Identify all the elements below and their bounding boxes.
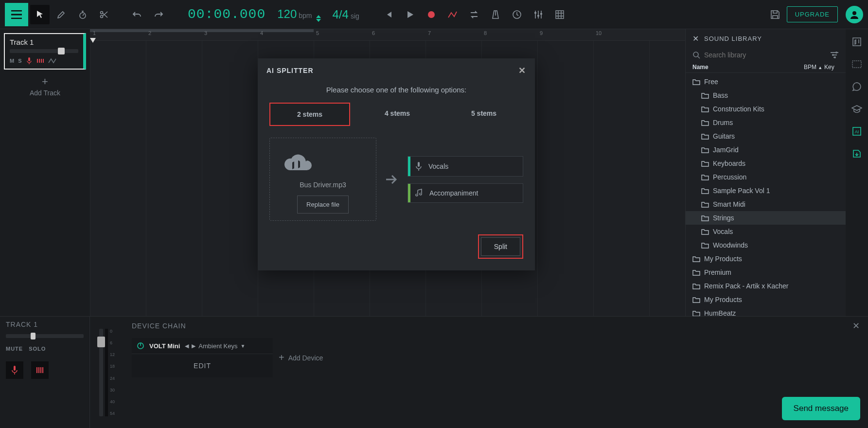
folder-myproducts[interactable]: My Products (686, 252, 846, 266)
folder-remix[interactable]: Remix Pack - Artik x Kacher (686, 279, 846, 293)
split-button[interactable]: Split (481, 237, 520, 256)
search-input[interactable] (704, 51, 826, 59)
filter-button[interactable] (830, 52, 839, 58)
inspector-solo[interactable]: SOLO (29, 346, 46, 352)
pan-slider[interactable] (6, 334, 84, 338)
close-library-button[interactable]: ✕ (692, 34, 699, 43)
rail-loops[interactable] (849, 56, 865, 72)
loop-button[interactable] (464, 5, 484, 24)
folder-spv1[interactable]: Sample Pack Vol 1 (686, 184, 846, 197)
folder-bass[interactable]: Bass (686, 89, 846, 102)
folder-ck[interactable]: Construction Kits (686, 102, 846, 116)
replace-file-button[interactable]: Replace file (297, 196, 349, 214)
folder-icon (692, 256, 700, 262)
redo-button[interactable] (149, 5, 168, 24)
mixer-button[interactable] (529, 5, 548, 24)
folder-myproducts2[interactable]: My Products (686, 293, 846, 306)
timer-tool[interactable] (73, 5, 92, 24)
tab-5-stems[interactable]: 5 stems (444, 103, 523, 126)
folder-smartmidi[interactable]: Smart Midi (686, 197, 846, 211)
cut-tool[interactable] (94, 5, 114, 24)
instrument-icon (35, 366, 44, 374)
track-inspector: TRACK 1 MUTE SOLO (0, 317, 90, 428)
save-button[interactable] (765, 5, 785, 24)
inspector-title: TRACK 1 (6, 321, 84, 328)
folder-jamgrid[interactable]: JamGrid (686, 143, 846, 157)
file-dropzone[interactable]: Bus Driver.mp3 Replace file (269, 138, 376, 221)
ai-icon: AI (852, 126, 862, 136)
record-button[interactable] (422, 5, 441, 24)
undo-icon (132, 10, 142, 19)
arm-record[interactable] (6, 361, 23, 379)
folder-strings[interactable]: Strings (686, 211, 846, 225)
volume-fader[interactable] (99, 329, 103, 416)
play-button[interactable] (400, 5, 420, 24)
close-device-chain[interactable]: ✕ (852, 321, 860, 331)
col-key[interactable]: Key (824, 64, 839, 71)
bpm-display[interactable]: 120 bpm (277, 7, 320, 22)
rail-library[interactable] (849, 34, 865, 50)
automation-button[interactable] (443, 5, 462, 24)
inspector-mute[interactable]: MUTE (6, 346, 23, 352)
instrument-slot[interactable] (31, 361, 49, 379)
rail-import[interactable] (849, 146, 865, 161)
user-avatar[interactable] (846, 6, 863, 23)
db-scale: 06121824304054 (110, 329, 115, 416)
track-name[interactable]: Track 1 (10, 38, 78, 46)
track-card-1[interactable]: Track 1 M S (4, 33, 86, 70)
folder-vocals[interactable]: Vocals (686, 225, 846, 238)
folder-icon (701, 188, 709, 194)
folder-drums[interactable]: Drums (686, 116, 846, 129)
folder-keyboards[interactable]: Keyboards (686, 157, 846, 170)
metronome-button[interactable] (486, 5, 505, 24)
device-power[interactable] (137, 342, 144, 350)
timesig-display[interactable]: 4/4 sig (333, 8, 359, 21)
rail-ai[interactable]: AI (849, 124, 865, 139)
modal-close-button[interactable]: ✕ (518, 65, 526, 76)
add-device-button[interactable]: + Add Device (279, 352, 323, 363)
metronome-icon (491, 10, 500, 19)
snap-button[interactable] (550, 5, 569, 24)
folder-icon (701, 215, 709, 221)
mic-icon[interactable] (26, 57, 33, 65)
stem-accompaniment[interactable]: Accompaniment (407, 183, 523, 203)
svg-point-10 (693, 52, 698, 57)
device-card[interactable]: VOLT Mini ◀▶ Ambient Keys ▼ EDIT (132, 338, 273, 377)
folder-premium[interactable]: Premium (686, 266, 846, 279)
svg-rect-5 (534, 12, 536, 14)
automation-track-icon[interactable] (48, 58, 57, 64)
add-track-button[interactable]: + Add Track (0, 75, 90, 97)
bottom-panel: TRACK 1 MUTE SOLO 06121824304054 DEVICE … (0, 316, 868, 428)
library-columns[interactable]: Name BPM ▲ Key (686, 62, 846, 73)
tab-4-stems[interactable]: 4 stems (358, 103, 437, 126)
col-name[interactable]: Name (692, 64, 804, 71)
folder-woodwinds[interactable]: Woodwinds (686, 238, 846, 252)
rail-share[interactable] (849, 79, 865, 94)
folder-free[interactable]: Free (686, 75, 846, 89)
tab-2-stems[interactable]: 2 stems (269, 103, 350, 126)
device-preset[interactable]: ◀▶ Ambient Keys ▼ (185, 342, 245, 350)
rewind-button[interactable] (379, 5, 398, 24)
folder-guitars[interactable]: Guitars (686, 129, 846, 143)
device-edit-button[interactable]: EDIT (132, 354, 273, 377)
timeline-ruler[interactable]: 1 2 3 4 5 6 7 8 9 10 (90, 29, 685, 41)
undo-button[interactable] (127, 5, 147, 24)
track-mute[interactable]: M (10, 58, 14, 64)
countdown-button[interactable] (507, 5, 527, 24)
rail-learn[interactable] (849, 101, 865, 117)
loop-region[interactable] (90, 29, 314, 32)
col-bpm[interactable]: BPM ▲ (804, 64, 824, 71)
svg-rect-9 (28, 57, 30, 61)
timecode-display[interactable]: 00:00.000 (188, 7, 266, 22)
folder-percussion[interactable]: Percussion (686, 170, 846, 184)
menu-button[interactable] (5, 3, 28, 26)
instrument-icon[interactable] (36, 57, 44, 64)
stem-vocals[interactable]: Vocals (407, 156, 523, 177)
bpm-spinner[interactable] (316, 15, 321, 22)
send-message-button[interactable]: Send message (782, 397, 860, 420)
track-volume-slider[interactable] (10, 49, 78, 53)
pencil-tool[interactable] (52, 5, 71, 24)
track-solo[interactable]: S (18, 58, 21, 64)
upgrade-button[interactable]: UPGRADE (787, 6, 838, 22)
pointer-tool[interactable] (30, 5, 50, 24)
